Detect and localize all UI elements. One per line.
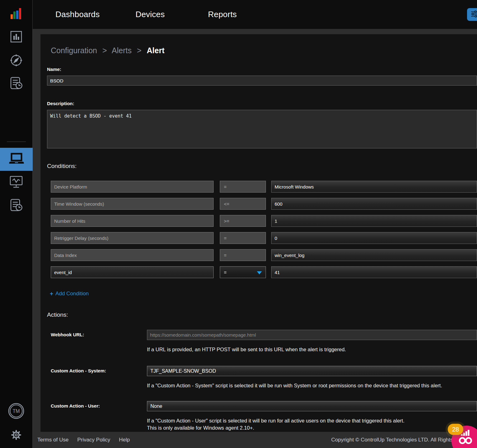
laptop-icon (8, 153, 25, 166)
breadcrumb-separator: > (102, 46, 107, 55)
avatar-initials-icon: TM (8, 403, 25, 421)
breadcrumb-configuration[interactable]: Configuration (51, 46, 97, 55)
main-area: Configuration > Alerts > Alert Name: Des… (33, 29, 477, 432)
description-label: Description: (47, 101, 477, 106)
condition-field: Number of Hits (51, 215, 214, 227)
condition-row: Data Index = (51, 249, 477, 261)
footer-link-terms[interactable]: Terms of Use (37, 437, 68, 443)
condition-operator: = (220, 181, 266, 193)
footer: Terms of Use Privacy Policy Help Copyrig… (33, 432, 477, 448)
conditions-heading: Conditions: (47, 163, 477, 170)
webhook-url-input[interactable] (147, 330, 477, 340)
condition-row: Device Platform = (51, 181, 477, 193)
condition-value-input[interactable] (271, 249, 477, 261)
monitor-activity-icon (9, 175, 23, 190)
condition-value-input[interactable] (271, 215, 477, 227)
breadcrumb-current-alert: Alert (147, 46, 164, 55)
condition-field: Device Platform (51, 181, 214, 193)
breadcrumb-separator: > (137, 46, 142, 55)
logo-bars-icon (10, 16, 22, 21)
condition-field: Retrigger Delay (seconds) (51, 232, 214, 244)
nav-item-reports[interactable]: Reports (208, 10, 237, 19)
chevron-down-icon (257, 271, 262, 274)
gear-icon (10, 429, 22, 442)
operator-value: = (224, 270, 227, 275)
nav-item-devices[interactable]: Devices (135, 10, 165, 19)
custom-action-user-help: If a "Custom Action - User" script is se… (147, 418, 477, 424)
sidebar-item-report-history[interactable] (9, 77, 23, 91)
sidebar-item-settings[interactable] (10, 429, 22, 442)
custom-action-user-label: Custom Action - User: (51, 401, 147, 431)
custom-action-user-row: Custom Action - User: None If a "Custom … (51, 401, 477, 431)
webhook-url-label: Webhook URL: (51, 330, 147, 352)
sidebar-item-reports-history[interactable] (9, 198, 23, 213)
top-nav: Dashboards Devices Reports (33, 0, 477, 29)
description-textarea[interactable]: Will detect a BSOD - event 41 (47, 110, 477, 148)
chat-badge-count: 28 (452, 426, 459, 433)
alert-config-card: Configuration > Alerts > Alert Name: Des… (40, 34, 477, 432)
condition-value-input[interactable] (271, 266, 477, 278)
user-avatar[interactable]: TM (8, 403, 25, 421)
condition-row: Retrigger Delay (seconds) = (51, 232, 477, 244)
nav-settings-button[interactable] (467, 8, 477, 21)
sidebar-item-explore[interactable] (9, 54, 23, 68)
name-label: Name: (47, 67, 477, 72)
footer-link-privacy[interactable]: Privacy Policy (77, 437, 110, 443)
conditions-list: Device Platform = Time Window (seconds) … (51, 181, 477, 278)
custom-action-system-help: If a "Custom Action - System" script is … (147, 383, 477, 389)
name-input[interactable] (47, 76, 477, 86)
condition-row: Time Window (seconds) <= (51, 198, 477, 210)
nav-item-dashboards[interactable]: Dashboards (55, 10, 100, 19)
condition-operator: >= (220, 215, 266, 227)
report-history-icon (9, 77, 23, 91)
condition-value-input[interactable] (271, 232, 477, 244)
breadcrumb: Configuration > Alerts > Alert (51, 46, 477, 55)
app-logo[interactable] (10, 7, 22, 22)
condition-row: Number of Hits >= (51, 215, 477, 227)
footer-links: Terms of Use Privacy Policy Help (37, 437, 139, 443)
condition-value-input[interactable] (271, 181, 477, 193)
sidebar-item-dashboards[interactable] (10, 30, 22, 44)
actions-heading: Actions: (47, 311, 477, 318)
condition-field-input[interactable]: event_id (51, 266, 214, 278)
bar-chart-icon (10, 30, 22, 44)
add-condition-button[interactable]: + Add Condition (50, 290, 89, 297)
avatar-initials: TM (12, 408, 20, 414)
condition-field: Data Index (51, 249, 214, 261)
condition-value-input[interactable] (271, 198, 477, 210)
add-condition-label: Add Condition (55, 291, 89, 297)
webhook-row: Webhook URL: If a URL is provided, an HT… (51, 330, 477, 352)
condition-field: Time Window (seconds) (51, 198, 214, 210)
chat-notification-badge[interactable]: 28 (448, 424, 463, 435)
custom-action-system-row: Custom Action - System: TJF_SAMPLE-SNOW_… (51, 366, 477, 389)
custom-action-system-label: Custom Action - System: (51, 366, 147, 389)
custom-action-user-select[interactable]: None (147, 401, 477, 411)
sidebar-divider (7, 142, 26, 142)
sidebar-item-devices-active[interactable] (0, 148, 33, 171)
custom-action-user-help-2: This is only available for Windows agent… (147, 425, 477, 431)
report-history-icon (9, 198, 23, 213)
plus-icon: + (50, 290, 53, 297)
condition-operator: = (220, 232, 266, 244)
condition-operator: <= (220, 198, 266, 210)
breadcrumb-alerts[interactable]: Alerts (112, 46, 132, 55)
custom-action-system-select[interactable]: TJF_SAMPLE-SNOW_BSOD (147, 366, 477, 376)
sidebar-item-monitoring[interactable] (9, 175, 23, 190)
sidebar: TM (0, 0, 33, 448)
webhook-help-text: If a URL is provided, an HTTP POST will … (147, 347, 477, 352)
condition-operator: = (220, 249, 266, 261)
footer-link-help[interactable]: Help (119, 437, 130, 443)
condition-operator-dropdown[interactable]: = (220, 266, 266, 278)
sliders-icon (470, 10, 477, 19)
condition-row-active: event_id = (51, 266, 477, 278)
compass-icon (9, 54, 23, 68)
